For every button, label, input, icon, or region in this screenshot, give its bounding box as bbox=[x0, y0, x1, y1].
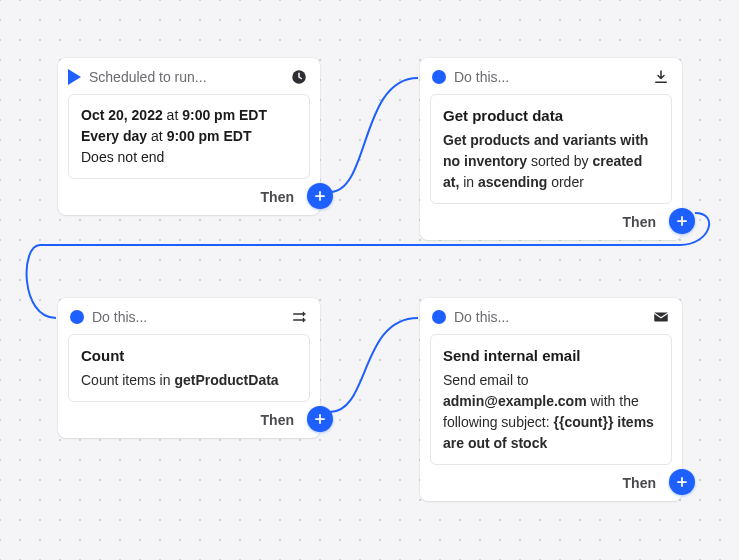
header-label: Do this... bbox=[454, 69, 644, 85]
play-icon bbox=[68, 69, 81, 85]
mail-icon bbox=[652, 308, 670, 326]
getdata-card[interactable]: Do this... Get product data Get products… bbox=[420, 58, 682, 240]
card-body: Count Count items in getProductData bbox=[68, 334, 310, 402]
header-label: Do this... bbox=[92, 309, 282, 325]
add-node-button[interactable] bbox=[669, 208, 695, 234]
node-dot-icon bbox=[432, 310, 446, 324]
node-dot-icon bbox=[70, 310, 84, 324]
card-footer: Then bbox=[58, 412, 320, 438]
card-footer: Then bbox=[420, 475, 682, 501]
add-node-button[interactable] bbox=[669, 469, 695, 495]
download-icon bbox=[652, 68, 670, 86]
plus-icon bbox=[675, 214, 689, 228]
card-header: Do this... bbox=[58, 298, 320, 334]
card-header: Do this... bbox=[420, 298, 682, 334]
header-label: Scheduled to run... bbox=[89, 69, 282, 85]
node-dot-icon bbox=[432, 70, 446, 84]
add-node-button[interactable] bbox=[307, 406, 333, 432]
add-node-button[interactable] bbox=[307, 183, 333, 209]
card-body: Get product data Get products and varian… bbox=[430, 94, 672, 204]
card-footer: Then bbox=[420, 214, 682, 240]
then-label: Then bbox=[623, 475, 656, 491]
then-label: Then bbox=[261, 412, 294, 428]
then-label: Then bbox=[261, 189, 294, 205]
trigger-card[interactable]: Scheduled to run... Oct 20, 2022 at 9:00… bbox=[58, 58, 320, 215]
card-header: Do this... bbox=[420, 58, 682, 94]
plus-icon bbox=[313, 412, 327, 426]
count-card[interactable]: Do this... Count Count items in getProdu… bbox=[58, 298, 320, 438]
then-label: Then bbox=[623, 214, 656, 230]
clock-icon bbox=[290, 68, 308, 86]
svg-rect-1 bbox=[654, 313, 668, 322]
card-header: Scheduled to run... bbox=[58, 58, 320, 94]
plus-icon bbox=[313, 189, 327, 203]
card-footer: Then bbox=[58, 189, 320, 215]
header-label: Do this... bbox=[454, 309, 644, 325]
email-card[interactable]: Do this... Send internal email Send emai… bbox=[420, 298, 682, 501]
card-body: Send internal email Send email to admin@… bbox=[430, 334, 672, 465]
card-body: Oct 20, 2022 at 9:00 pm EDT Every day at… bbox=[68, 94, 310, 179]
plus-icon bbox=[675, 475, 689, 489]
adjust-icon bbox=[290, 308, 308, 326]
